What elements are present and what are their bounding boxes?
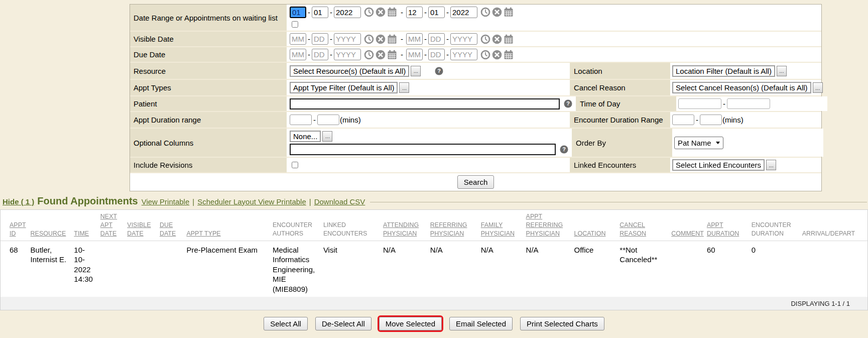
optional-columns-more-button[interactable]: ... — [322, 131, 332, 142]
time-picker-icon[interactable] — [364, 7, 374, 17]
appt-duration-max-input[interactable] — [317, 115, 339, 125]
clear-date-icon[interactable] — [492, 34, 502, 44]
patient-input[interactable] — [290, 98, 560, 109]
due-date-label: Due Date — [130, 47, 287, 62]
encounter-duration-units: (mins) — [722, 116, 743, 124]
calendar-picker-icon[interactable] — [504, 34, 514, 44]
download-csv-link[interactable]: Download CSV — [314, 197, 365, 206]
resource-more-button[interactable]: ... — [411, 66, 421, 76]
time-picker-icon[interactable] — [480, 50, 490, 60]
column-header-appt-type[interactable]: APPT TYPE — [186, 210, 273, 241]
column-header-cancel-reason[interactable]: CANCEL REASON — [619, 210, 671, 241]
column-header-appt-id[interactable]: APPT ID — [1, 210, 31, 241]
column-header-location[interactable]: LOCATION — [574, 210, 619, 241]
waiting-list-checkbox[interactable] — [292, 21, 298, 28]
date-separator: - — [424, 8, 427, 17]
scheduler-layout-view-printable-link[interactable]: Scheduler Layout View Printable — [197, 197, 306, 206]
optional-columns-help-icon[interactable]: ? — [560, 145, 568, 154]
clear-date-icon[interactable] — [376, 34, 386, 44]
hide-results-link[interactable]: Hide ( 1 ) — [3, 197, 34, 206]
time-of-day-start-input[interactable] — [678, 98, 721, 109]
include-revisions-checkbox[interactable] — [292, 162, 298, 168]
patient-help-icon[interactable]: ? — [564, 99, 572, 108]
date-to-year-input[interactable] — [450, 7, 477, 18]
visible-to-day-input[interactable] — [428, 33, 445, 45]
column-header-comment[interactable]: COMMENT — [671, 210, 707, 241]
due-to-day-input[interactable] — [428, 49, 445, 60]
optional-columns-textarea[interactable] — [290, 144, 556, 155]
resource-help-icon[interactable]: ? — [435, 67, 443, 75]
date-from-year-input[interactable] — [334, 7, 361, 18]
cancel-reason-more-button[interactable]: ... — [813, 82, 823, 93]
encounter-duration-max-input[interactable] — [700, 115, 722, 125]
due-to-year-input[interactable] — [450, 49, 477, 60]
column-header-resource[interactable]: RESOURCE — [31, 210, 74, 241]
search-button[interactable]: Search — [457, 175, 494, 189]
visible-from-day-input[interactable] — [312, 33, 328, 45]
select-all-button[interactable]: Select All — [264, 317, 308, 330]
visible-to-month-input[interactable] — [406, 33, 423, 45]
resource-filter-box[interactable]: Select Resource(s) (Default is All) — [290, 65, 409, 77]
table-row[interactable]: 68Butler, Internist E.10-10-2022 14:30Pr… — [1, 241, 867, 297]
date-from-day-input[interactable] — [312, 7, 328, 18]
clear-date-icon[interactable] — [376, 7, 386, 17]
linked-encounters-box[interactable]: Select Linked Encounters — [672, 159, 765, 171]
column-header-appt-referring-physician[interactable]: APPT REFERRING PHYSICIAN — [526, 210, 574, 241]
location-filter-box[interactable]: Location Filter (Default is All) — [672, 65, 775, 77]
due-from-month-input[interactable] — [290, 49, 306, 60]
appt-type-filter-box[interactable]: Appt Type Filter (Default is All) — [290, 82, 398, 93]
calendar-picker-icon[interactable] — [504, 7, 514, 17]
column-header-family-physician[interactable]: FAMILY PHYSICIAN — [481, 210, 526, 241]
optional-columns-box[interactable]: None... — [290, 131, 321, 142]
cancel-reason-filter-box[interactable]: Select Cancel Reason(s) (Default is All) — [672, 82, 811, 93]
column-header-visible-date[interactable]: VISIBLE DATE — [127, 210, 160, 241]
de-select-all-button[interactable]: De-Select All — [315, 317, 371, 330]
due-from-year-input[interactable] — [334, 49, 361, 60]
calendar-picker-icon[interactable] — [504, 50, 514, 60]
column-header-next-apt-date[interactable]: NEXT APT DATE — [100, 210, 127, 241]
date-to-month-input[interactable] — [406, 7, 423, 18]
link-separator: | — [192, 197, 194, 206]
encounter-duration-min-input[interactable] — [672, 115, 694, 125]
calendar-picker-icon[interactable] — [387, 34, 397, 44]
date-from-month-input[interactable] — [290, 7, 306, 18]
date-separator: - — [308, 8, 310, 17]
due-to-month-input[interactable] — [406, 49, 423, 60]
visible-from-year-input[interactable] — [334, 33, 361, 45]
due-from-day-input[interactable] — [312, 49, 328, 60]
appt-type-more-button[interactable]: ... — [399, 82, 409, 93]
linked-encounters-more-button[interactable]: ... — [766, 160, 776, 170]
time-picker-icon[interactable] — [364, 34, 374, 44]
view-printable-link[interactable]: View Printable — [142, 197, 190, 206]
column-header-referring-physician[interactable]: REFERRING PHYSICIAN — [430, 210, 481, 241]
time-picker-icon[interactable] — [480, 7, 490, 17]
location-more-button[interactable]: ... — [777, 66, 787, 76]
email-selected-button[interactable]: Email Selected — [449, 317, 513, 330]
chevron-down-icon — [716, 142, 720, 144]
calendar-picker-icon[interactable] — [387, 7, 397, 17]
move-selected-button[interactable]: Move Selected — [379, 317, 442, 330]
column-header-attending-physician[interactable]: ATTENDING PHYSICIAN — [383, 210, 430, 241]
print-selected-charts-button[interactable]: Print Selected Charts — [520, 317, 604, 330]
linked-encounters-label: Linked Encounters — [570, 158, 670, 172]
clear-date-icon[interactable] — [376, 50, 386, 60]
date-to-day-input[interactable] — [428, 7, 445, 18]
optional-columns-order-by-row: Optional Columns None... ... ? Order By … — [130, 129, 821, 158]
date-separator: - — [330, 35, 332, 43]
time-of-day-end-input[interactable] — [727, 98, 770, 109]
include-revisions-row: Include Revisions Linked Encounters Sele… — [130, 158, 821, 173]
order-by-value: Pat Name — [678, 139, 711, 147]
svg-text:?: ? — [566, 100, 570, 106]
column-header-appt-duration[interactable]: APPT DURATION — [707, 210, 752, 241]
column-header-time[interactable]: TIME — [74, 210, 100, 241]
time-picker-icon[interactable] — [480, 34, 490, 44]
visible-from-month-input[interactable] — [290, 33, 306, 45]
visible-to-year-input[interactable] — [450, 33, 477, 45]
clear-date-icon[interactable] — [492, 50, 502, 60]
calendar-picker-icon[interactable] — [387, 50, 397, 60]
column-header-due-date[interactable]: DUE DATE — [160, 210, 186, 241]
clear-date-icon[interactable] — [492, 7, 502, 17]
appt-duration-min-input[interactable] — [290, 115, 312, 125]
order-by-select[interactable]: Pat Name — [674, 137, 723, 149]
time-picker-icon[interactable] — [364, 50, 374, 60]
